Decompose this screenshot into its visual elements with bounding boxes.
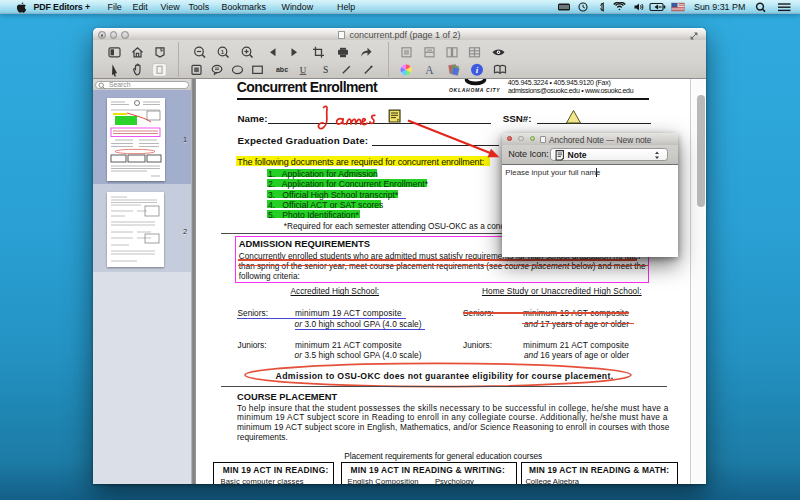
svg-text:S: S: [323, 65, 328, 75]
svg-text:A: A: [425, 64, 434, 76]
svg-text:1: 1: [221, 49, 225, 55]
svg-text:U: U: [300, 65, 307, 75]
svg-text:abc: abc: [276, 66, 288, 73]
